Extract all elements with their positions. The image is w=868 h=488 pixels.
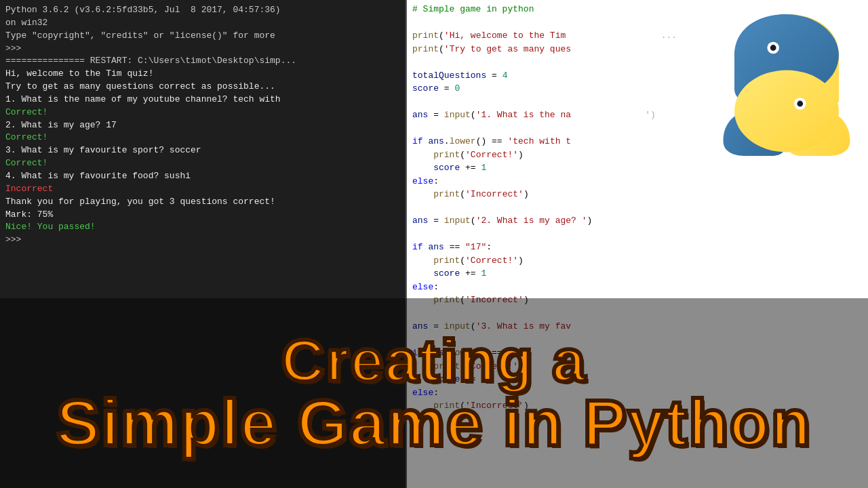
terminal-prompt: >>> (5, 234, 400, 247)
code-line: score += 1 (412, 267, 863, 281)
terminal-output: Hi, welcome to the Tim quiz! (5, 68, 400, 81)
code-line: print('Incorrect') (412, 188, 863, 201)
title-background (0, 298, 868, 488)
code-line: else: (412, 175, 863, 188)
terminal-output: Mark: 75% (5, 209, 400, 222)
terminal-output: 1. What is the name of my youtube channe… (5, 94, 400, 106)
terminal-output: 4. What is my favourite food? sushi (5, 170, 400, 183)
code-line (412, 228, 863, 241)
code-line: print('Correct!') (412, 254, 863, 268)
code-line: ans = input('2. What is my age? ') (412, 214, 863, 228)
svg-point-5 (797, 101, 803, 107)
svg-point-1 (734, 70, 839, 152)
code-line: score += 1 (412, 161, 863, 175)
terminal-restart: =============== RESTART: C:\Users\timot\… (5, 55, 400, 68)
terminal-output: Thank you for playing, you got 3 questio… (5, 196, 400, 209)
terminal-output: 3. What is my favourite sport? soccer (5, 144, 400, 157)
python-logo (712, 7, 861, 156)
terminal-line: Python 3.6.2 (v3.6.2:5fd33b5, Jul 8 2017… (5, 4, 400, 17)
terminal-correct: Correct! (5, 106, 400, 119)
code-line (412, 201, 863, 215)
terminal-line: Type "copyright", "credits" or "license(… (5, 30, 400, 43)
code-line: else: (412, 281, 863, 294)
terminal-line: on win32 (5, 17, 400, 30)
terminal-correct: Correct! (5, 157, 400, 170)
terminal-pass: Nice! You passed! (5, 221, 400, 234)
terminal-output: Try to get as many questions correct as … (5, 81, 400, 94)
terminal-output: 2. What is my age? 17 (5, 119, 400, 132)
terminal-correct: Correct! (5, 131, 400, 144)
terminal-prompt: >>> (5, 43, 400, 56)
code-line: if ans == "17": (412, 241, 863, 254)
svg-point-3 (770, 45, 776, 51)
terminal-incorrect: Incorrect (5, 183, 400, 196)
